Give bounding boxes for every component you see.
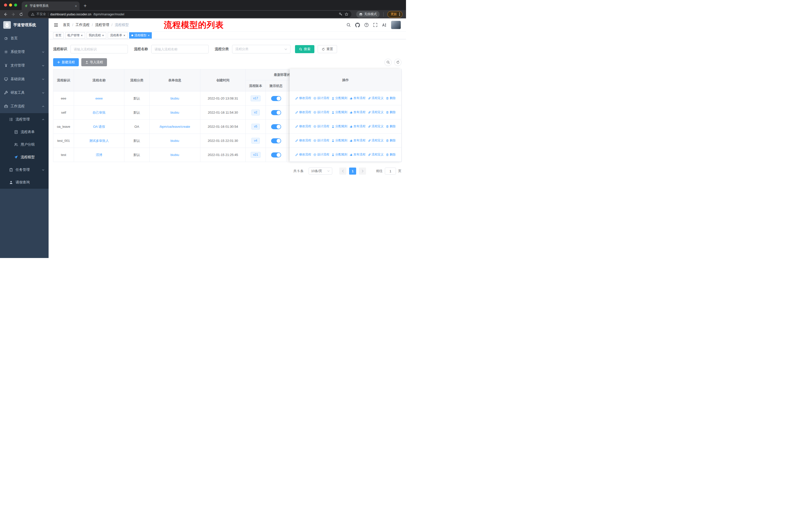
action-assign-link[interactable]: 分配规则	[331, 124, 347, 129]
password-key-icon[interactable]	[339, 12, 343, 16]
process-name-link[interactable]: eeee	[95, 97, 103, 100]
action-assign-link[interactable]: 分配规则	[331, 110, 347, 114]
form-info-link[interactable]: /bpm/oa/leave/create	[160, 125, 190, 129]
form-info-link[interactable]: biubiu	[170, 111, 179, 114]
sidebar-item-payment[interactable]: 支付管理	[0, 59, 49, 72]
form-info-link[interactable]: biubiu	[170, 97, 179, 100]
address-bar[interactable]: 不安全 dashboard.yudao.iocoder.cn/bpm/manag…	[28, 11, 351, 18]
action-delete-link[interactable]: 删除	[386, 153, 396, 157]
sidebar-item-devtools[interactable]: 研发工具	[0, 86, 49, 100]
forward-button[interactable]	[11, 12, 16, 17]
action-assign-link[interactable]: 分配规则	[331, 96, 347, 100]
current-page[interactable]: 1	[349, 167, 356, 174]
back-button[interactable]	[3, 12, 7, 17]
filter-name-input[interactable]	[151, 45, 209, 53]
update-button[interactable]: 更新	[387, 11, 403, 18]
action-definition-link[interactable]: 流程定义	[368, 124, 384, 129]
action-delete-link[interactable]: 删除	[386, 138, 396, 143]
action-publish-link[interactable]: 发布流程	[350, 124, 366, 129]
active-switch[interactable]	[271, 124, 281, 129]
reload-button[interactable]	[19, 12, 23, 17]
action-definition-link[interactable]: 流程定义	[368, 96, 384, 100]
breadcrumb-item[interactable]: 首页	[63, 23, 70, 27]
active-switch[interactable]	[271, 110, 281, 115]
active-switch[interactable]	[271, 138, 281, 143]
active-switch[interactable]	[271, 153, 281, 158]
create-process-button[interactable]: 新建流程	[53, 58, 79, 66]
next-page-button[interactable]	[359, 167, 366, 174]
action-assign-link[interactable]: 分配规则	[331, 153, 347, 157]
tag-close-icon[interactable]: ×	[81, 34, 83, 37]
action-publish-link[interactable]: 发布流程	[350, 110, 366, 114]
active-switch[interactable]	[271, 96, 281, 101]
refresh-table-button[interactable]	[394, 59, 402, 66]
action-modify-link[interactable]: 修改流程	[295, 96, 311, 100]
tag-close-icon[interactable]: ×	[148, 34, 150, 37]
bookmark-star-icon[interactable]	[345, 12, 348, 16]
fullscreen-icon[interactable]	[373, 23, 378, 27]
window-minimize-button[interactable]	[9, 3, 12, 6]
tag-close-icon[interactable]: ×	[123, 34, 125, 37]
sidebar-item-user-group[interactable]: 用户分组	[0, 138, 49, 151]
action-delete-link[interactable]: 删除	[386, 110, 396, 114]
tab-tag-tenant-mgmt[interactable]: 租户管理 ×	[65, 32, 85, 38]
import-process-button[interactable]: 导入流程	[81, 58, 107, 66]
process-name-link[interactable]: 滔博	[96, 153, 103, 157]
action-delete-link[interactable]: 删除	[386, 96, 396, 100]
action-definition-link[interactable]: 流程定义	[368, 110, 384, 114]
new-tab-button[interactable]: +	[84, 3, 87, 8]
font-size-icon[interactable]	[382, 23, 387, 27]
sidebar-item-workflow[interactable]: 工作流程	[0, 100, 49, 113]
action-modify-link[interactable]: 修改流程	[295, 153, 311, 157]
form-info-link[interactable]: biubiu	[170, 153, 179, 157]
breadcrumb-item[interactable]: 流程管理	[95, 23, 109, 27]
sidebar-item-system[interactable]: 系统管理	[0, 45, 49, 59]
sidebar-item-leave-query[interactable]: 请假查询	[0, 176, 49, 189]
browser-tab[interactable]: 芋道管理系统 ×	[22, 1, 80, 10]
prev-page-button[interactable]	[339, 167, 346, 174]
sidebar-item-process-form[interactable]: 流程表单	[0, 126, 49, 138]
action-design-link[interactable]: 设计流程	[313, 124, 329, 129]
action-publish-link[interactable]: 发布流程	[350, 96, 366, 100]
app-logo[interactable]: 芋道管理系统	[0, 19, 49, 31]
action-definition-link[interactable]: 流程定义	[368, 153, 384, 157]
tab-tag-process-model[interactable]: 流程模型 ×	[129, 32, 152, 38]
search-icon[interactable]	[346, 23, 351, 27]
sidebar-item-process-model[interactable]: 流程模型	[0, 151, 49, 164]
security-warning-icon[interactable]	[31, 12, 34, 16]
window-close-button[interactable]	[4, 3, 7, 6]
action-design-link[interactable]: 设计流程	[313, 96, 329, 100]
sidebar-item-home[interactable]: 首页	[0, 31, 49, 45]
action-delete-link[interactable]: 删除	[386, 124, 396, 129]
process-name-link[interactable]: OA 请假	[93, 125, 105, 129]
action-design-link[interactable]: 设计流程	[313, 110, 329, 114]
action-modify-link[interactable]: 修改流程	[295, 110, 311, 114]
tab-tag-process-form[interactable]: 流程表单 ×	[108, 32, 127, 38]
filter-id-input[interactable]	[70, 45, 128, 53]
action-modify-link[interactable]: 修改流程	[295, 138, 311, 143]
browser-menu-icon[interactable]	[399, 12, 401, 16]
window-zoom-button[interactable]	[14, 3, 17, 6]
sidebar-item-process-mgmt[interactable]: 流程管理	[0, 113, 49, 126]
process-name-link[interactable]: 自己审批	[93, 110, 106, 115]
sidebar-item-task-mgmt[interactable]: 任务管理	[0, 164, 49, 176]
filter-category-select[interactable]: 流程分类	[232, 45, 290, 53]
action-publish-link[interactable]: 发布流程	[350, 138, 366, 143]
tab-tag-my-process[interactable]: 我的流程 ×	[87, 32, 107, 38]
action-definition-link[interactable]: 流程定义	[368, 138, 384, 143]
process-name-link[interactable]: 测试多审批人	[89, 139, 109, 143]
breadcrumb-item[interactable]: 工作流程	[76, 23, 90, 27]
menu-fold-icon[interactable]	[54, 23, 58, 27]
action-publish-link[interactable]: 发布流程	[350, 153, 366, 157]
incognito-badge[interactable]: 无痕模式	[356, 11, 380, 18]
toggle-search-button[interactable]	[384, 59, 392, 66]
github-icon[interactable]	[355, 23, 360, 27]
page-size-select[interactable]: 10条/页	[309, 167, 332, 174]
action-design-link[interactable]: 设计流程	[313, 153, 329, 157]
sidebar-item-infra[interactable]: 基础设施	[0, 72, 49, 86]
action-design-link[interactable]: 设计流程	[313, 138, 329, 143]
help-icon[interactable]	[364, 23, 369, 27]
search-button[interactable]: 搜索	[295, 45, 314, 53]
user-avatar[interactable]	[391, 21, 401, 29]
action-modify-link[interactable]: 修改流程	[295, 124, 311, 129]
